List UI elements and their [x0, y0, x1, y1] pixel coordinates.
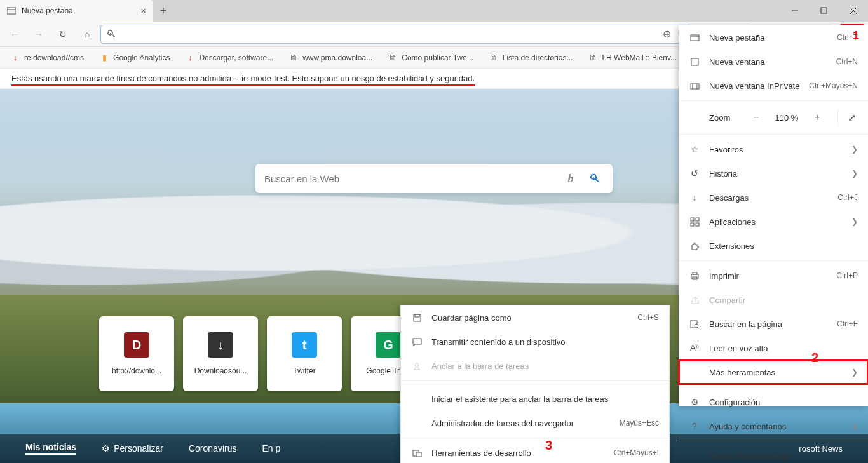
bookmark-item[interactable]: ↓re:download//cms: [10, 53, 84, 63]
menu-item[interactable]: Aplicaciones❯: [679, 210, 868, 234]
submenu-item[interactable]: Transmitir contenido a un dispositivo: [401, 330, 669, 354]
maximize-button[interactable]: [810, 0, 839, 22]
chevron-right-icon: ❯: [851, 145, 858, 154]
tab-close-icon[interactable]: ×: [141, 6, 146, 16]
annotation-2: 2: [811, 351, 818, 365]
quick-links-tiles: Dhttp://downlo...↓Downloadsou...tTwitter…: [99, 316, 426, 391]
menu-item-icon: ?: [689, 421, 700, 431]
menu-item[interactable]: ImprimirCtrl+P: [679, 264, 868, 288]
bookmark-item[interactable]: 🗎www.pma.downloa...: [288, 53, 372, 63]
menu-item-shortcut: Ctrl+Mayús+N: [809, 81, 858, 90]
search-icon: 🔍︎: [106, 29, 116, 40]
menu-item-shortcut: Ctrl+N: [836, 57, 858, 66]
bookmark-label: Como publicar Twe...: [402, 53, 473, 62]
bookmark-icon: ▮: [99, 53, 109, 63]
svg-rect-0: [7, 8, 16, 14]
bookmark-item[interactable]: 🗎Lista de directorios...: [489, 53, 573, 63]
warning-text: Estás usando una marca de línea de coman…: [11, 74, 475, 86]
menu-item[interactable]: ↺Historial❯: [679, 161, 868, 185]
menu-item-shortcut: Ctrl+J: [837, 193, 858, 202]
menu-item-label: Extensiones: [709, 241, 858, 251]
fullscreen-button[interactable]: ⤢: [837, 109, 858, 126]
news-tab[interactable]: Mis noticias: [25, 442, 76, 455]
bookmark-icon: 🗎: [588, 53, 598, 63]
tab-favicon: [6, 6, 17, 16]
new-tab-button[interactable]: +: [153, 0, 174, 22]
bookmark-label: www.pma.downloa...: [302, 53, 372, 62]
back-button[interactable]: ←: [4, 24, 25, 44]
address-input[interactable]: [121, 29, 658, 39]
web-search-box[interactable]: b 🔍︎: [255, 164, 613, 193]
bookmark-label: Descargar, software...: [199, 53, 273, 62]
menu-item[interactable]: Nueva pestañaCtrl+T: [679, 25, 868, 50]
menu-item-icon: [689, 33, 700, 43]
menu-item: Compartir: [679, 288, 868, 312]
news-tab[interactable]: Coronavirus: [189, 443, 236, 453]
submenu-item[interactable]: Herramientas de desarrolloCtrl+Mayús+I: [401, 441, 669, 463]
menu-item-label: Herramientas de desarrollo: [431, 448, 605, 458]
menu-item-label: Transmitir contenido a un dispositivo: [431, 337, 650, 347]
menu-item[interactable]: A))Leer en voz alta: [679, 336, 868, 360]
svg-rect-3: [821, 8, 827, 13]
menu-item-label: Aplicaciones: [709, 217, 843, 227]
bookmark-icon: 🗎: [489, 53, 499, 63]
bookmark-item[interactable]: 🗎Como publicar Twe...: [388, 53, 473, 63]
search-submit-button[interactable]: 🔍︎: [586, 170, 604, 187]
bookmark-label: Google Analytics: [113, 53, 170, 62]
menu-item-label: Ayuda y comentarios: [709, 422, 843, 431]
menu-item-label: Leer en voz alta: [709, 344, 858, 353]
bookmark-item[interactable]: ↓Descargar, software...: [185, 53, 273, 63]
zoom-in-button[interactable]: +: [807, 109, 827, 126]
home-button[interactable]: ⌂: [76, 24, 98, 44]
bookmark-item[interactable]: 🗎LH WebMail :: Bienv...: [588, 53, 677, 63]
svg-rect-23: [696, 223, 699, 226]
zoom-row: Zoom−110 %+⤢: [679, 104, 868, 131]
menu-item[interactable]: ⚙Configuración: [679, 390, 868, 414]
submenu-item[interactable]: Iniciar el asistente para anclar la barr…: [401, 387, 669, 411]
tile-icon: t: [292, 332, 317, 358]
quick-link-tile[interactable]: ↓Downloadsou...: [183, 316, 258, 391]
menu-item-icon: ⚙: [689, 397, 700, 407]
tab-title: Nueva pestaña: [22, 6, 73, 15]
menu-item-shortcut: Mayús+Esc: [620, 419, 659, 427]
bookmark-item[interactable]: ▮Google Analytics: [99, 53, 170, 63]
tile-icon: D: [124, 332, 149, 358]
tile-label: Twitter: [267, 366, 342, 375]
menu-item-icon: [689, 81, 700, 91]
menu-item[interactable]: Extensiones: [679, 234, 868, 258]
close-window-button[interactable]: [839, 0, 868, 22]
menu-item[interactable]: ↓DescargasCtrl+J: [679, 185, 868, 210]
menu-item[interactable]: Nueva ventanaCtrl+N: [679, 50, 868, 74]
quick-link-tile[interactable]: tTwitter: [267, 316, 342, 391]
zoom-out-button[interactable]: −: [746, 109, 766, 126]
tile-label: Downloadsou...: [183, 366, 258, 375]
menu-item[interactable]: Cerrar Microsoft Edge: [679, 444, 868, 463]
minimize-button[interactable]: [780, 0, 810, 22]
forward-button[interactable]: →: [28, 24, 50, 44]
news-tab[interactable]: ⚙ Personalizar: [102, 443, 163, 453]
browser-tab[interactable]: Nueva pestaña ×: [0, 0, 153, 22]
zoom-indicator-icon[interactable]: ⊕: [663, 28, 671, 40]
menu-item[interactable]: Buscar en la páginaCtrl+F: [679, 312, 868, 336]
menu-item-label: Configuración: [709, 398, 858, 407]
address-bar[interactable]: 🔍︎ ⊕ ☆: [100, 25, 692, 44]
menu-item-shortcut: Ctrl+Mayús+I: [614, 448, 659, 457]
menu-item-label: Nueva ventana InPrivate: [709, 81, 800, 91]
news-tab[interactable]: En p: [262, 443, 280, 453]
chevron-right-icon: ❯: [851, 422, 858, 431]
submenu-item[interactable]: Guardar página comoCtrl+S: [401, 305, 669, 330]
menu-item-label: Imprimir: [709, 271, 827, 281]
chevron-right-icon: ❯: [851, 217, 858, 226]
submenu-item[interactable]: Administrador de tareas del navegadorMay…: [401, 411, 669, 435]
quick-link-tile[interactable]: Dhttp://downlo...: [99, 316, 174, 391]
menu-item-icon: [411, 448, 423, 458]
menu-item[interactable]: Más herramientas❯: [679, 360, 868, 384]
refresh-button[interactable]: ↻: [52, 24, 74, 44]
web-search-input[interactable]: [264, 173, 555, 184]
menu-item[interactable]: ☆Favoritos❯: [679, 137, 868, 161]
bookmark-icon: ↓: [185, 53, 195, 63]
menu-item-icon: [689, 295, 700, 305]
menu-item[interactable]: ?Ayuda y comentarios❯: [679, 414, 868, 438]
menu-item[interactable]: Nueva ventana InPrivateCtrl+Mayús+N: [679, 74, 868, 98]
bookmark-label: LH WebMail :: Bienv...: [602, 53, 677, 62]
